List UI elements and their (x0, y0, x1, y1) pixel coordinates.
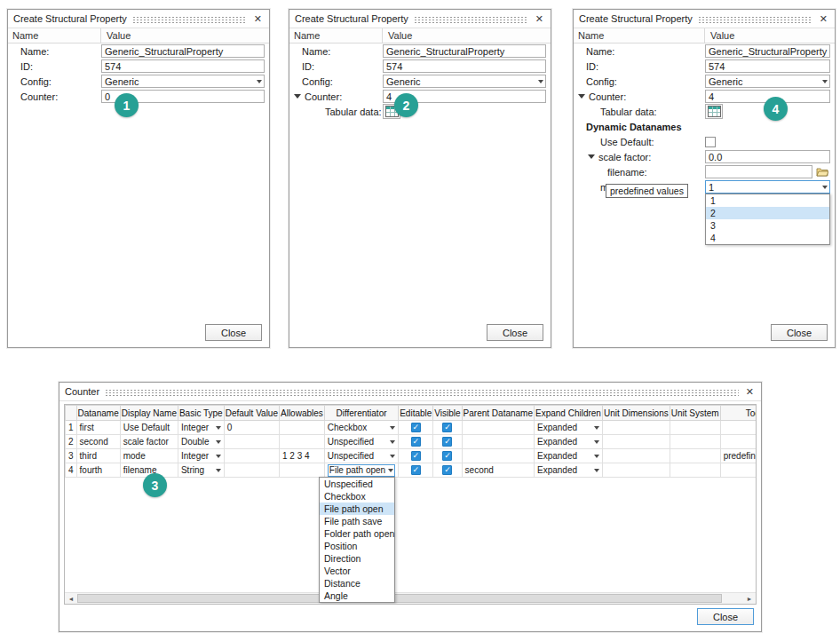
cell-allowables[interactable] (279, 435, 324, 449)
cell-dataname[interactable]: fourth (76, 463, 120, 478)
checkbox-checked-icon[interactable]: ✓ (442, 465, 452, 475)
titlebar[interactable]: Create Structural Property ✕ (574, 10, 835, 28)
cell-expand-children[interactable]: Expanded (535, 421, 603, 435)
dropdown-option[interactable]: 1 (706, 194, 829, 207)
cell-differentiator-open[interactable]: File path open (324, 463, 398, 478)
mode-select[interactable]: 1 (705, 180, 830, 194)
cell-basic-type[interactable]: Integer (178, 421, 224, 435)
id-input[interactable]: 574 (705, 59, 830, 73)
checkbox-checked-icon[interactable]: ✓ (442, 451, 452, 461)
titlebar[interactable]: Create Structural Property ✕ (8, 10, 269, 28)
row-number[interactable]: 4 (66, 463, 77, 478)
name-input[interactable]: Generic_StructuralProperty (383, 44, 546, 58)
close-icon[interactable]: ✕ (252, 13, 264, 25)
config-select[interactable]: Generic (101, 75, 265, 88)
scale-factor-input[interactable]: 0.0 (705, 150, 830, 163)
cell-differentiator[interactable]: Unspecified (324, 435, 398, 449)
cell-expand-children[interactable]: Expanded (535, 463, 603, 478)
scroll-left-arrow-icon[interactable]: ◄ (65, 593, 77, 604)
cell-parent-dataname[interactable] (462, 421, 534, 435)
checkbox-checked-icon[interactable]: ✓ (411, 465, 421, 475)
titlebar[interactable]: Counter ✕ (59, 383, 761, 401)
cell-expand-children[interactable]: Expanded (535, 435, 603, 449)
close-icon[interactable]: ✕ (534, 13, 545, 25)
dropdown-option-highlighted[interactable]: File path open (320, 503, 394, 515)
cell-parent-dataname[interactable]: second (462, 463, 534, 478)
close-button[interactable]: Close (697, 608, 754, 625)
cell-dataname[interactable]: first (76, 421, 120, 435)
cell-differentiator[interactable]: Unspecified (324, 449, 398, 463)
row-number[interactable]: 3 (66, 449, 77, 463)
close-icon[interactable]: ✕ (818, 13, 829, 25)
close-button[interactable]: Close (487, 324, 543, 341)
cell-visible[interactable]: ✓ (433, 435, 462, 449)
cell-unit-system[interactable] (670, 435, 720, 449)
checkbox-checked-icon[interactable]: ✓ (411, 451, 421, 461)
close-icon[interactable]: ✕ (744, 386, 756, 398)
cell-parent-dataname[interactable] (462, 435, 534, 449)
checkbox-checked-icon[interactable]: ✓ (442, 423, 452, 432)
cell-editable[interactable]: ✓ (399, 421, 433, 435)
cell-basic-type[interactable]: String (178, 463, 224, 478)
checkbox-checked-icon[interactable]: ✓ (411, 423, 421, 432)
tabular-data-button[interactable] (705, 104, 723, 119)
cell-parent-dataname[interactable] (462, 449, 534, 463)
cell-basic-type[interactable]: Double (178, 435, 224, 449)
cell-tooltip[interactable] (720, 435, 757, 449)
close-button[interactable]: Close (771, 324, 828, 341)
close-button[interactable]: Close (205, 324, 262, 341)
expander-icon[interactable] (578, 94, 585, 99)
cell-unit-dimensions[interactable] (602, 421, 670, 435)
checkbox-checked-icon[interactable]: ✓ (411, 437, 421, 447)
scrollbar-track[interactable] (722, 593, 743, 604)
config-select[interactable]: Generic (705, 75, 830, 88)
cell-unit-dimensions[interactable] (602, 435, 670, 449)
cell-basic-type[interactable]: Integer (178, 449, 224, 463)
cell-unit-dimensions[interactable] (602, 449, 670, 463)
dropdown-option[interactable]: Unspecified (320, 478, 394, 490)
cell-allowables[interactable] (279, 463, 324, 478)
cell-default-value[interactable] (224, 463, 279, 478)
dropdown-option-highlighted[interactable]: 2 (706, 207, 829, 219)
use-default-checkbox[interactable] (705, 137, 716, 147)
cell-tooltip[interactable] (720, 421, 757, 435)
checkbox-checked-icon[interactable]: ✓ (442, 437, 452, 447)
scrollbar-thumb[interactable] (77, 594, 722, 603)
cell-visible[interactable]: ✓ (433, 463, 462, 478)
cell-dataname[interactable]: second (76, 435, 120, 449)
cell-differentiator[interactable]: Checkbox (324, 421, 398, 435)
cell-display-name[interactable]: mode (120, 449, 178, 463)
cell-unit-system[interactable] (670, 463, 720, 478)
cell-editable[interactable]: ✓ (399, 435, 433, 449)
cell-editable[interactable]: ✓ (399, 449, 433, 463)
dropdown-option[interactable]: Direction (320, 552, 394, 565)
cell-allowables[interactable] (279, 421, 324, 435)
row-number[interactable]: 1 (66, 421, 77, 435)
cell-unit-system[interactable] (670, 421, 720, 435)
dropdown-option[interactable]: Position (320, 540, 394, 552)
id-input[interactable]: 574 (101, 59, 265, 73)
cell-unit-system[interactable] (670, 449, 720, 463)
name-input[interactable]: Generic_StructuralProperty (101, 44, 265, 58)
name-input[interactable]: Generic_StructuralProperty (705, 44, 830, 58)
titlebar[interactable]: Create Structural Property ✕ (289, 10, 551, 28)
row-number[interactable]: 2 (66, 435, 77, 449)
cell-display-name[interactable]: Use Default (120, 421, 178, 435)
dropdown-option[interactable]: Vector (320, 565, 394, 577)
cell-unit-dimensions[interactable] (602, 463, 670, 478)
cell-allowables[interactable]: 1 2 3 4 (279, 449, 324, 463)
dropdown-option[interactable]: Folder path open (320, 527, 394, 540)
cell-visible[interactable]: ✓ (433, 421, 462, 435)
dropdown-option[interactable]: File path save (320, 515, 394, 527)
cell-editable[interactable]: ✓ (399, 463, 433, 478)
expander-icon[interactable] (588, 154, 595, 159)
cell-tooltip[interactable] (720, 463, 757, 478)
dropdown-option[interactable]: 3 (706, 219, 829, 232)
cell-visible[interactable]: ✓ (433, 449, 462, 463)
dropdown-option[interactable]: Distance (320, 577, 394, 590)
cell-expand-children[interactable]: Expanded (535, 449, 603, 463)
id-input[interactable]: 574 (383, 59, 546, 73)
cell-display-name[interactable]: scale factor (120, 435, 178, 449)
scroll-right-arrow-icon[interactable]: ► (743, 593, 756, 604)
filename-input[interactable] (705, 165, 812, 178)
